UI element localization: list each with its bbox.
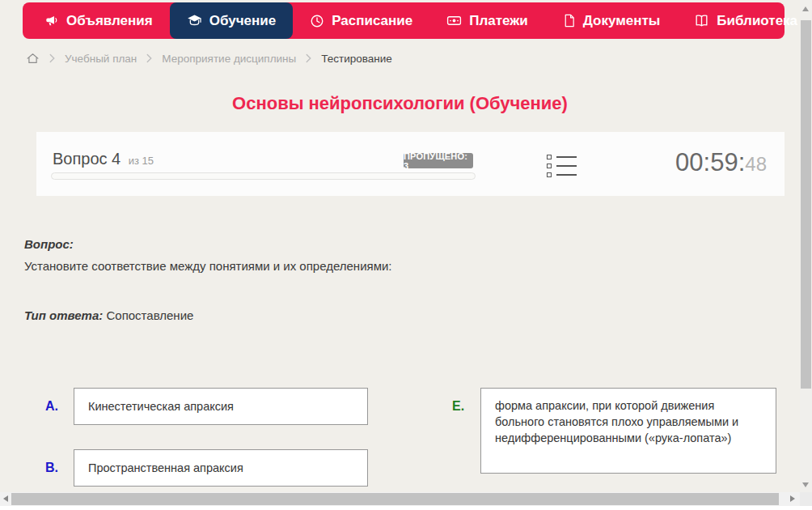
nav-item-library[interactable]: Библиотека [677,2,812,39]
main-nav: Объявления Обучение Расписание Платежи [23,2,785,39]
document-icon [562,14,576,28]
nav-item-label: Обучение [209,13,276,29]
book-icon [694,13,709,28]
nav-item-label: Документы [583,13,661,29]
page-title: Основы нейропсихологии (Обучение) [0,93,800,114]
scroll-right-arrow-icon[interactable] [790,495,795,502]
nav-item-schedule[interactable]: Расписание [293,2,429,39]
timer-seconds: 48 [745,153,767,175]
answer-type: Тип ответа: Сопоставление [24,308,800,322]
nav-item-payments[interactable]: Платежи [429,2,545,39]
question-body: Вопрос: Установите соответствие между по… [0,196,800,322]
scroll-down-arrow-icon[interactable] [802,482,809,487]
home-icon[interactable] [26,52,40,66]
match-letter-a: А. [36,399,74,414]
breadcrumb-item-discipline-event[interactable]: Мероприятие дисциплины [162,53,296,65]
breadcrumb: Учебный план Мероприятие дисциплины Тест… [26,50,392,66]
chevron-right-icon [146,53,153,63]
match-text-b: Пространственная апраксия [88,461,243,474]
nav-item-announcements[interactable]: Объявления [27,2,170,39]
match-row-a: А. Кинестетическая апраксия [36,388,368,425]
nav-item-label: Платежи [469,13,528,29]
timer-hours-minutes: 00:59: [675,148,745,176]
graduation-cap-icon [187,13,202,28]
vertical-scrollbar-thumb[interactable] [801,20,811,389]
matching-area: А. Кинестетическая апраксия В. Пространс… [0,388,800,487]
nav-item-documents[interactable]: Документы [545,2,678,39]
question-title: Вопрос 4 из 15 [53,150,154,168]
match-letter-e: Е. [441,399,480,414]
nav-item-label: Объявления [66,13,153,29]
question-progress-bar [51,172,476,180]
match-target-b[interactable]: Пространственная апраксия [74,449,368,487]
chevron-right-icon [305,53,312,63]
question-text: Установите соответствие между понятиями … [24,259,800,273]
clock-icon [310,14,324,28]
page-content: Объявления Обучение Расписание Платежи [0,0,800,492]
scroll-up-arrow-icon[interactable] [802,6,809,11]
bottom-strip [0,506,812,510]
timer: 00:59:48 [675,148,767,177]
match-letter-b: В. [36,461,74,475]
question-list-icon[interactable] [547,155,577,177]
question-panel: Вопрос 4 из 15 ПРОПУЩЕНО: 3 00:59:48 [36,132,785,196]
breadcrumb-item-curriculum[interactable]: Учебный план [65,53,137,65]
match-row-b: В. Пространственная апраксия [36,449,368,487]
question-counter: из 15 [129,155,154,167]
horizontal-scrollbar[interactable] [0,492,800,506]
match-text-a: Кинестетическая апраксия [88,400,234,413]
matching-left-column: А. Кинестетическая апраксия В. Пространс… [36,388,368,487]
match-row-e: Е. форма апраксии, при которой движения … [441,388,776,474]
vertical-scrollbar[interactable] [800,0,812,492]
skipped-badge: ПРОПУЩЕНО: 3 [404,153,473,168]
scrollbar-corner [800,492,812,506]
breadcrumb-item-testing: Тестирование [321,53,392,65]
question-number: Вопрос 4 [53,150,121,168]
question-heading: Вопрос: [24,237,800,251]
scroll-left-arrow-icon[interactable] [3,495,8,502]
cash-icon [446,13,462,28]
nav-item-learning[interactable]: Обучение [170,2,293,39]
nav-item-label: Расписание [332,13,412,29]
chevron-right-icon [49,53,56,63]
answer-type-label: Тип ответа: [24,308,103,322]
megaphone-icon [44,14,59,28]
answer-type-value: Сопоставление [106,308,193,322]
match-text-e: форма апраксии, при которой движения бол… [495,399,738,444]
match-source-e[interactable]: форма апраксии, при которой движения бол… [480,388,776,474]
match-target-a[interactable]: Кинестетическая апраксия [74,388,368,425]
horizontal-scrollbar-thumb[interactable] [11,493,779,505]
matching-right-column: Е. форма апраксии, при которой движения … [441,388,776,487]
page: Объявления Обучение Расписание Платежи [0,0,812,510]
nav-item-label: Библиотека [717,13,797,29]
